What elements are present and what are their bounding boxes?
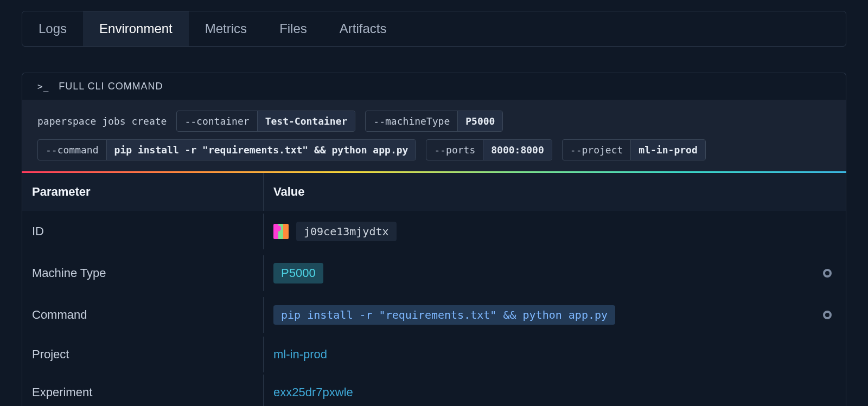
table-header-parameter: Parameter: [22, 173, 264, 211]
param-value: P5000: [264, 252, 846, 294]
command-badge: pip install -r "requirements.txt" && pyt…: [273, 305, 615, 325]
tab-environment[interactable]: Environment: [83, 11, 189, 46]
cli-header-label: FULL CLI COMMAND: [59, 81, 163, 92]
cli-flag: --command: [38, 140, 107, 160]
cli-arg-machinetype: --machineType P5000: [365, 111, 503, 132]
param-label: Project: [22, 337, 264, 372]
table-header-row: Parameter Value: [22, 173, 846, 211]
cli-arg-container: --container Test-Container: [176, 111, 355, 132]
tabs-bar: Logs Environment Metrics Files Artifacts: [22, 11, 846, 47]
param-label: ID: [22, 214, 264, 249]
param-label: Experiment: [22, 375, 264, 406]
id-badge: j09ce13mjydtx: [296, 222, 397, 241]
id-avatar-icon: [273, 224, 289, 239]
table-row-command: Command pip install -r "requirements.txt…: [22, 294, 846, 336]
row-action-icon[interactable]: [823, 269, 832, 278]
parameter-table: Parameter Value ID j09ce13mjydtx Machine…: [22, 173, 846, 406]
param-value: j09ce13mjydtx: [264, 211, 846, 252]
param-value: exx25dr7pxwle: [264, 375, 846, 406]
tab-artifacts[interactable]: Artifacts: [323, 11, 403, 46]
cli-panel: >_ FULL CLI COMMAND paperspace jobs crea…: [22, 73, 846, 171]
tab-logs[interactable]: Logs: [22, 11, 83, 46]
param-value: pip install -r "requirements.txt" && pyt…: [264, 294, 846, 336]
tab-files[interactable]: Files: [263, 11, 323, 46]
param-value: ml-in-prod: [264, 337, 846, 372]
terminal-prompt-icon: >_: [37, 81, 49, 92]
table-row-machine-type: Machine Type P5000: [22, 252, 846, 294]
experiment-link[interactable]: exx25dr7pxwle: [273, 385, 353, 399]
cli-command-body: paperspace jobs create --container Test-…: [22, 100, 846, 171]
cli-value: Test-Container: [258, 111, 355, 131]
table-row-project: Project ml-in-prod: [22, 336, 846, 373]
tab-metrics[interactable]: Metrics: [189, 11, 263, 46]
cli-arg-project: --project ml-in-prod: [562, 139, 706, 160]
cli-value: ml-in-prod: [631, 140, 705, 160]
cli-header: >_ FULL CLI COMMAND: [22, 73, 846, 100]
param-label: Command: [22, 297, 264, 333]
cli-arg-ports: --ports 8000:8000: [426, 139, 552, 160]
machine-type-badge: P5000: [273, 263, 323, 283]
cli-value: 8000:8000: [483, 140, 552, 160]
cli-flag: --container: [177, 111, 257, 131]
project-link[interactable]: ml-in-prod: [273, 347, 327, 362]
cli-flag: --machineType: [366, 111, 458, 131]
cli-value: pip install -r "requirements.txt" && pyt…: [107, 140, 416, 160]
cli-value: P5000: [458, 111, 502, 131]
param-label: Machine Type: [22, 255, 264, 291]
row-action-icon[interactable]: [823, 311, 832, 319]
cli-flag: --project: [563, 140, 631, 160]
table-row-id: ID j09ce13mjydtx: [22, 211, 846, 252]
cli-base-command: paperspace jobs create: [37, 115, 167, 127]
cli-flag: --ports: [426, 140, 483, 160]
cli-arg-command: --command pip install -r "requirements.t…: [37, 139, 416, 160]
table-header-value: Value: [264, 173, 846, 211]
table-row-experiment: Experiment exx25dr7pxwle: [22, 373, 846, 406]
